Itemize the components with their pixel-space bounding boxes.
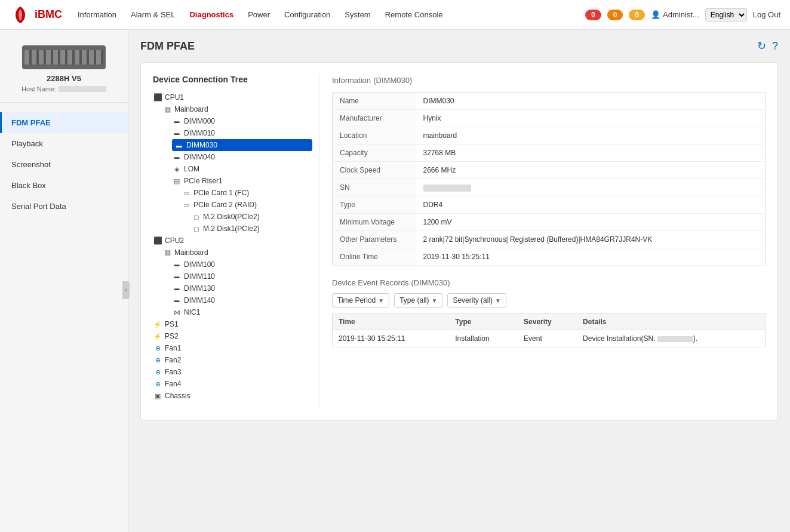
- info-table-row: SN: [333, 179, 766, 196]
- page-actions: ↻ ?: [757, 39, 778, 53]
- sidebar-collapse-btn[interactable]: ‹: [122, 281, 130, 299]
- tree-node-pcie-card1[interactable]: PCIe Card 1 (FC): [182, 187, 312, 199]
- info-table-row: Online Time2019-11-30 15:25:11: [333, 248, 766, 266]
- event-severity: Event: [518, 330, 577, 348]
- tree-node-chassis[interactable]: Chassis: [153, 390, 312, 402]
- logout-button[interactable]: Log Out: [753, 10, 780, 19]
- main-content: FDM PFAE ↻ ? Device Connection Tree CPU1: [128, 30, 790, 532]
- language-select[interactable]: English: [705, 8, 747, 21]
- nav-alarm-sel[interactable]: Alarm & SEL: [130, 8, 176, 21]
- col-severity: Severity: [518, 314, 577, 330]
- tree-node-dimm140[interactable]: DIMM140: [172, 294, 312, 306]
- tree-node-dimm110[interactable]: DIMM110: [172, 270, 312, 282]
- dimm-icon: [172, 296, 182, 305]
- info-field-value: Hynix: [416, 110, 766, 127]
- app-name: iBMC: [35, 8, 62, 21]
- info-table-row: TypeDDR4: [333, 196, 766, 214]
- info-table: NameDIMM030ManufacturerHynixLocationmain…: [332, 92, 766, 266]
- info-field-value: mainboard: [416, 127, 766, 144]
- nav-right: 0 0 0 👤 Administ... English Log Out: [585, 8, 780, 21]
- tree-node-mainboard2[interactable]: Mainboard: [162, 247, 312, 259]
- badge-yellow: 0: [629, 10, 645, 20]
- info-field-label: Clock Speed: [333, 162, 416, 179]
- sidebar-item-serial-port-data[interactable]: Serial Port Data: [0, 196, 128, 217]
- col-time: Time: [333, 314, 450, 330]
- pcie-icon: [172, 176, 182, 186]
- tree-node-m2-disk1[interactable]: M.2 Disk1(PCIe2): [191, 223, 312, 235]
- cpu-icon: [153, 236, 162, 245]
- tree-node-dimm030[interactable]: ▬ DIMM030: [172, 139, 312, 151]
- info-field-value: 2019-11-30 15:25:11: [416, 248, 766, 266]
- sidebar-item-playback[interactable]: Playback: [0, 133, 128, 154]
- card-icon: [182, 188, 191, 198]
- sidebar-nav: FDM PFAE Playback Screenshot Black Box S…: [0, 103, 128, 226]
- top-nav: iBMC Information Alarm & SEL Diagnostics…: [0, 0, 790, 30]
- nav-remote-console[interactable]: Remote Console: [384, 8, 444, 21]
- nav-configuration[interactable]: Configuration: [283, 8, 331, 21]
- sn-blurred: [657, 336, 693, 342]
- tree-node-pcie-riser1[interactable]: PCIe Riser1: [172, 175, 312, 187]
- fan-icon: [153, 367, 162, 377]
- server-image: [22, 45, 106, 69]
- board-icon: [162, 104, 172, 114]
- tree-node-pcie-card2[interactable]: PCIe Card 2 (RAID): [182, 199, 312, 211]
- dimm-selected-icon: ▬: [174, 140, 184, 150]
- logo-area: iBMC: [10, 4, 62, 26]
- event-row: 2019-11-30 15:25:11InstallationEventDevi…: [333, 330, 766, 348]
- sidebar-item-fdm-pfae[interactable]: FDM PFAE: [0, 112, 128, 133]
- tree-node-fan3[interactable]: Fan3: [153, 366, 312, 378]
- chevron-down-icon: ▼: [432, 297, 438, 304]
- server-graphic: 2288H V5 Host Name:: [0, 39, 128, 103]
- info-table-row: ManufacturerHynix: [333, 110, 766, 127]
- nav-power[interactable]: Power: [247, 8, 271, 21]
- filter-type[interactable]: Type (all) ▼: [394, 293, 442, 307]
- nav-links: Information Alarm & SEL Diagnostics Powe…: [76, 8, 585, 21]
- fan-icon: [153, 355, 162, 365]
- tree-node-fan2[interactable]: Fan2: [153, 354, 312, 366]
- info-field-label: Minimum Voltage: [333, 214, 416, 231]
- sidebar-item-black-box[interactable]: Black Box: [0, 175, 128, 196]
- tree-node-fan1[interactable]: Fan1: [153, 342, 312, 354]
- fan-icon: [153, 343, 162, 353]
- page-title: FDM PFAE: [140, 40, 195, 53]
- user-info: 👤 Administ...: [651, 10, 699, 19]
- nav-diagnostics[interactable]: Diagnostics: [188, 8, 235, 21]
- tree-node-cpu2[interactable]: CPU2: [153, 235, 312, 247]
- ps-icon: [153, 319, 162, 329]
- tree-node-dimm130[interactable]: DIMM130: [172, 282, 312, 294]
- tree-node-ps1[interactable]: PS1: [153, 318, 312, 330]
- nav-system[interactable]: System: [343, 8, 371, 21]
- info-field-value: 32768 MB: [416, 144, 766, 162]
- badge-red: 0: [585, 10, 601, 20]
- tree-node-lom[interactable]: LOM: [172, 163, 312, 175]
- help-button[interactable]: ?: [772, 39, 778, 53]
- tree-node-fan4[interactable]: Fan4: [153, 378, 312, 390]
- main-panel: Device Connection Tree CPU1 Mainboard: [140, 62, 778, 420]
- dimm-icon: [172, 152, 182, 162]
- cpu-icon: [153, 93, 162, 102]
- fan-icon: [153, 379, 162, 389]
- info-title: Information (DIMM030): [332, 75, 766, 85]
- filter-type-label: Type (all): [399, 296, 429, 305]
- tree-node-dimm000[interactable]: DIMM000: [172, 115, 312, 127]
- filter-severity[interactable]: Severity (all) ▼: [447, 293, 506, 307]
- info-field-label: SN: [333, 179, 416, 196]
- server-name: 2288H V5: [47, 74, 81, 83]
- tree-node-dimm100[interactable]: DIMM100: [172, 259, 312, 270]
- info-field-value: DIMM030: [416, 93, 766, 110]
- filter-time-period[interactable]: Time Period ▼: [332, 293, 389, 307]
- board-icon: [162, 248, 172, 257]
- tree-node-nic1[interactable]: NIC1: [172, 306, 312, 318]
- lom-icon: [172, 164, 182, 174]
- refresh-button[interactable]: ↻: [757, 39, 766, 53]
- tree-node-dimm040[interactable]: DIMM040: [172, 151, 312, 163]
- tree-node-mainboard1[interactable]: Mainboard: [162, 103, 312, 115]
- tree-node-cpu1[interactable]: CPU1: [153, 91, 312, 103]
- sidebar-item-screenshot[interactable]: Screenshot: [0, 154, 128, 175]
- huawei-logo-icon: [10, 4, 31, 26]
- tree-node-m2-disk0[interactable]: M.2 Disk0(PCIe2): [191, 211, 312, 223]
- nav-information[interactable]: Information: [76, 8, 118, 21]
- events-title: Device Event Records (DIMM030): [332, 278, 766, 287]
- tree-node-dimm010[interactable]: DIMM010: [172, 127, 312, 139]
- tree-node-ps2[interactable]: PS2: [153, 330, 312, 342]
